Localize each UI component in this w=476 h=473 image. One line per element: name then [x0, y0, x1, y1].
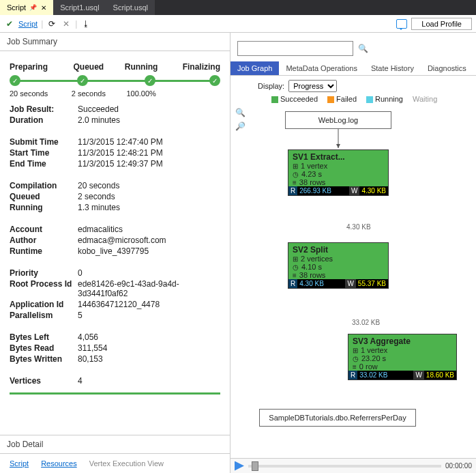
- phase-running: Running: [115, 62, 168, 72]
- editor-tabs: Script📌✕ Script1.usql Script.usql: [0, 0, 476, 15]
- display-select[interactable]: Progress: [288, 80, 337, 92]
- download-icon[interactable]: ⭳: [80, 18, 91, 29]
- kv-value: Succeeded: [78, 104, 220, 114]
- stat: 2 seconds: [62, 89, 115, 98]
- phase-progress-bar: ✓ ✓ ✓ ✓: [10, 74, 220, 87]
- load-profile-button[interactable]: Load Profile: [411, 18, 472, 30]
- clock-icon: ◷: [353, 355, 359, 362]
- kv-value: 11/3/2015 12:49:37 PM: [78, 159, 220, 169]
- playback-footer: 00:00:00: [230, 458, 476, 473]
- close-icon[interactable]: ✕: [41, 4, 46, 12]
- chat-icon[interactable]: [396, 18, 407, 29]
- kv-row: Running1.3 minutes: [10, 203, 220, 212]
- node-vertices: 1 vertex: [361, 346, 387, 354]
- toolbar: ✔ Script | ⟳ ✕ | ⭳ Load Profile: [0, 15, 476, 33]
- job-graph-canvas[interactable]: 🔍 🔎 WebLog.log SV1 Extract... ⊞1 vertex …: [230, 107, 476, 458]
- node-title: SV2 Split: [288, 243, 388, 255]
- graph-tabs: Job Graph MetaData Operations State Hist…: [230, 61, 476, 76]
- node-duration: 4.23 s: [301, 170, 322, 178]
- node-vertices: 1 vertex: [301, 162, 327, 170]
- tab-job-graph[interactable]: Job Graph: [230, 61, 279, 75]
- kv-row: Compilation20 seconds: [10, 181, 220, 190]
- right-panel: 🔍 Job Graph MetaData Operations State Hi…: [230, 33, 476, 473]
- tab-metadata[interactable]: MetaData Operations: [279, 61, 364, 75]
- kv-key: Start Time: [10, 148, 78, 158]
- vertex-icon: ⊞: [293, 162, 298, 170]
- stat: [168, 89, 220, 98]
- rows-icon: ≡: [353, 363, 357, 371]
- tab-script-usql[interactable]: Script.usql: [106, 0, 155, 15]
- sink-label: SampleDBTutorials.dbo.ReferrersPerDay: [269, 414, 406, 422]
- detail-script-link[interactable]: Script: [10, 459, 29, 468]
- detail-resources-link[interactable]: Resources: [41, 459, 77, 468]
- kv-key: Bytes Read: [10, 343, 78, 353]
- legend: Succeeded Failed Running Waiting: [230, 94, 476, 107]
- node-read: 266.93 KB: [297, 186, 333, 195]
- kv-key: Submit Time: [10, 137, 78, 147]
- legend-waiting: Waiting: [413, 95, 437, 103]
- phase-finalizing: Finalizing: [168, 62, 220, 72]
- kv-key: Vertices: [10, 376, 78, 386]
- display-row: Display: Progress: [230, 76, 476, 94]
- node-title: SV3 Aggregate: [348, 334, 456, 346]
- pin-icon[interactable]: 📌: [29, 4, 37, 11]
- tab-script1[interactable]: Script1.usql: [53, 0, 106, 15]
- kv-key: Compilation: [10, 181, 78, 190]
- edge-label-1-2: 4.30 KB: [346, 223, 371, 231]
- detail-links: Script Resources Vertex Execution View: [0, 454, 230, 473]
- kv-row: Root Process Idede81426-e9c1-43ad-9a4d-3…: [10, 279, 220, 298]
- kv-key: Author: [10, 235, 78, 245]
- node-sv2[interactable]: SV2 Split ⊞2 vertices ◷4.10 s ≡38 rows R…: [288, 242, 389, 289]
- tab-label: Script: [7, 3, 26, 12]
- timeline-thumb[interactable]: [252, 461, 258, 471]
- kv-row: Priority0: [10, 268, 220, 278]
- play-button[interactable]: [235, 461, 244, 471]
- kv-value: kobo_live_4397795: [78, 246, 220, 256]
- node-title: SV1 Extract...: [288, 150, 388, 162]
- node-rows: 0 row: [359, 362, 378, 371]
- tab-label: Script.usql: [113, 3, 148, 12]
- phase-queued: Queued: [62, 62, 115, 72]
- rows-icon: ≡: [293, 272, 297, 279]
- kv-key: Runtime: [10, 246, 78, 256]
- search-input[interactable]: [237, 41, 353, 56]
- vertex-icon: ⊞: [353, 347, 358, 354]
- kv-value: 4,056: [78, 332, 220, 342]
- kv-value: 2 seconds: [78, 192, 220, 201]
- kv-row: Queued2 seconds: [10, 192, 220, 201]
- kv-value: 311,554: [78, 343, 220, 353]
- kv-row: Start Time11/3/2015 12:48:21 PM: [10, 148, 220, 158]
- kv-value: 20 seconds: [78, 181, 220, 190]
- source-node[interactable]: WebLog.log: [285, 111, 391, 129]
- zoom-in-icon[interactable]: 🔍: [235, 107, 246, 118]
- kv-row: End Time11/3/2015 12:49:37 PM: [10, 159, 220, 169]
- stat: 20 seconds: [10, 89, 62, 98]
- zoom-out-icon[interactable]: 🔎: [235, 121, 246, 132]
- search-icon[interactable]: 🔍: [357, 43, 368, 54]
- legend-succeeded: Succeeded: [271, 95, 318, 103]
- tab-diagnostics[interactable]: Diagnostics: [421, 61, 473, 75]
- kv-value: 1446364712120_4478: [78, 300, 220, 309]
- kv-value: 80,153: [78, 354, 220, 364]
- kv-key: Job Result:: [10, 104, 78, 114]
- node-read: 33.02 KB: [357, 371, 389, 379]
- tab-script-active[interactable]: Script📌✕: [0, 0, 53, 15]
- node-sv3[interactable]: SV3 Aggregate ⊞1 vertex ◷23.20 s ≡0 row …: [348, 334, 457, 380]
- tab-state-history[interactable]: State History: [364, 61, 421, 75]
- sink-node[interactable]: SampleDBTutorials.dbo.ReferrersPerDay: [259, 409, 416, 427]
- display-label: Display:: [258, 82, 284, 90]
- kv-row: Authoredmaca@microsoft.com: [10, 235, 220, 245]
- timeline-track[interactable]: [248, 465, 441, 468]
- kv-value: 0: [78, 268, 220, 278]
- kv-key: Application Id: [10, 300, 78, 309]
- refresh-icon[interactable]: ⟳: [46, 18, 57, 29]
- job-detail-heading: Job Detail: [0, 435, 230, 454]
- node-rows: 38 rows: [299, 178, 326, 186]
- kv-row: Duration2.0 minutes: [10, 115, 220, 125]
- node-sv1[interactable]: SV1 Extract... ⊞1 vertex ◷4.23 s ≡38 row…: [288, 149, 389, 196]
- node-duration: 4.10 s: [301, 263, 322, 271]
- kv-key: Bytes Written: [10, 354, 78, 364]
- script-link[interactable]: Script: [18, 20, 38, 28]
- kv-key: Priority: [10, 268, 78, 278]
- cancel-icon[interactable]: ✕: [61, 18, 72, 29]
